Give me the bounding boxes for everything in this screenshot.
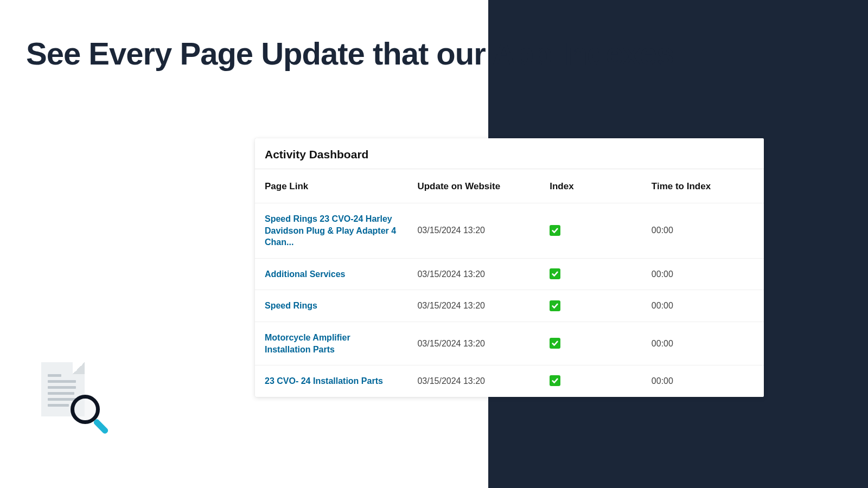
table-row: Speed Rings 23 CVO-24 Harley Davidson Pl…: [255, 203, 764, 259]
document-icon: [41, 362, 85, 416]
col-header-page-link: Page Link: [255, 169, 407, 203]
activity-table: Page Link Update on Website Index Time t…: [255, 169, 764, 397]
update-cell: 03/15/2024 13:20: [407, 203, 540, 259]
time-cell: 00:00: [642, 322, 764, 365]
check-icon: [550, 300, 560, 311]
page-link[interactable]: Motorcycle Amplifier Installation Parts: [265, 332, 398, 355]
table-row: Motorcycle Amplifier Installation Parts …: [255, 322, 764, 365]
page-link[interactable]: Speed Rings 23 CVO-24 Harley Davidson Pl…: [265, 213, 398, 248]
time-cell: 00:00: [642, 203, 764, 259]
index-cell: [540, 365, 642, 397]
update-cell: 03/15/2024 13:20: [407, 322, 540, 365]
table-row: 23 CVO- 24 Installation Parts 03/15/2024…: [255, 365, 764, 397]
time-cell: 00:00: [642, 365, 764, 397]
page-link[interactable]: Additional Services: [265, 268, 398, 280]
index-cell: [540, 290, 642, 322]
time-cell: 00:00: [642, 290, 764, 322]
index-cell: [540, 203, 642, 259]
col-header-time: Time to Index: [642, 169, 764, 203]
page-headline: See Every Page Update that our App Index…: [26, 37, 674, 71]
check-icon: [550, 225, 560, 236]
table-row: Speed Rings 03/15/2024 13:20 00:00: [255, 290, 764, 322]
index-cell: [540, 258, 642, 290]
document-search-icon: [41, 362, 85, 416]
col-header-index: Index: [540, 169, 642, 203]
activity-dashboard-card: Activity Dashboard Page Link Update on W…: [255, 138, 764, 397]
update-cell: 03/15/2024 13:20: [407, 290, 540, 322]
update-cell: 03/15/2024 13:20: [407, 258, 540, 290]
index-cell: [540, 322, 642, 365]
time-cell: 00:00: [642, 258, 764, 290]
page-link[interactable]: Speed Rings: [265, 300, 398, 312]
magnifier-icon: [71, 395, 100, 424]
check-icon: [550, 268, 560, 279]
table-row: Additional Services 03/15/2024 13:20 00:…: [255, 258, 764, 290]
col-header-update: Update on Website: [407, 169, 540, 203]
check-icon: [550, 338, 560, 349]
check-icon: [550, 375, 560, 386]
page-link[interactable]: 23 CVO- 24 Installation Parts: [265, 375, 398, 387]
dashboard-title: Activity Dashboard: [255, 138, 764, 169]
update-cell: 03/15/2024 13:20: [407, 365, 540, 397]
